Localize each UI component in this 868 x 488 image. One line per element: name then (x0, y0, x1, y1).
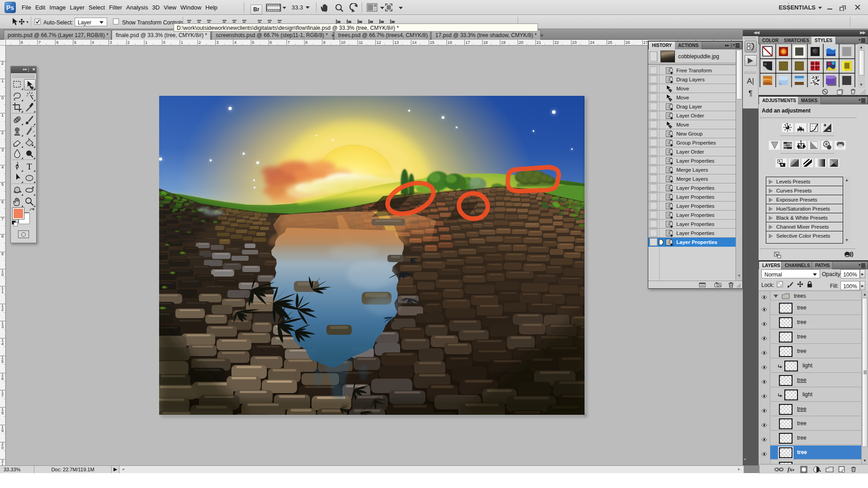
svg-text:T: T (27, 162, 32, 171)
svg-text:4: 4 (92, 40, 94, 45)
svg-text:27: 27 (643, 40, 648, 45)
svg-text:5: 5 (252, 40, 254, 45)
svg-text:4: 4 (1, 342, 4, 346)
svg-text:16: 16 (448, 40, 452, 45)
svg-text:3: 3 (217, 40, 219, 45)
svg-text:12: 12 (377, 40, 381, 45)
svg-text:11: 11 (359, 40, 363, 45)
svg-text:6: 6 (1, 200, 4, 204)
svg-text:20: 20 (519, 40, 524, 45)
svg-text:8: 8 (305, 40, 307, 45)
svg-text:7: 7 (38, 40, 41, 45)
svg-text:▾: ▾ (819, 469, 821, 473)
svg-text:13: 13 (394, 40, 399, 45)
svg-text:2: 2 (127, 40, 130, 45)
svg-text:6: 6 (270, 40, 272, 45)
svg-text:3: 3 (109, 40, 112, 45)
svg-text:1: 1 (181, 40, 183, 45)
svg-text:21: 21 (537, 40, 541, 45)
svg-text:10: 10 (341, 40, 345, 45)
svg-text:4: 4 (234, 40, 236, 45)
svg-text:1: 1 (1, 113, 4, 117)
svg-text:9: 9 (323, 40, 326, 45)
svg-text:6: 6 (1, 376, 4, 381)
svg-text:7: 7 (1, 394, 4, 398)
svg-text:9: 9 (1, 428, 4, 433)
svg-text:7: 7 (288, 40, 290, 45)
svg-text:8: 8 (1, 411, 4, 415)
svg-text:19: 19 (501, 40, 505, 45)
svg-text:3: 3 (1, 324, 4, 329)
svg-text:9: 9 (1, 252, 4, 256)
svg-text:18: 18 (483, 40, 488, 45)
svg-text:0: 0 (1, 96, 4, 100)
svg-text:4: 4 (1, 165, 4, 169)
svg-text:22: 22 (554, 40, 559, 45)
svg-text:2: 2 (1, 61, 4, 66)
svg-text:6: 6 (56, 40, 58, 45)
svg-text:8: 8 (1, 234, 4, 239)
svg-text:1: 1 (1, 79, 4, 83)
svg-text:17: 17 (466, 40, 470, 45)
svg-text:24: 24 (590, 40, 594, 45)
svg-text:14: 14 (412, 40, 416, 45)
svg-text:7: 7 (1, 217, 4, 221)
svg-text:2: 2 (1, 131, 4, 135)
svg-text:26: 26 (626, 40, 630, 45)
svg-text:1: 1 (145, 40, 147, 45)
svg-text:15: 15 (430, 40, 434, 45)
svg-text:0: 0 (1, 272, 4, 277)
svg-text:5: 5 (74, 40, 76, 45)
svg-text:25: 25 (608, 40, 612, 45)
svg-text:5: 5 (1, 359, 4, 364)
svg-text:5: 5 (1, 182, 4, 187)
svg-text:2: 2 (1, 307, 4, 312)
svg-text:1: 1 (1, 290, 4, 294)
svg-text:0: 0 (163, 40, 165, 45)
svg-text:2: 2 (198, 40, 201, 45)
svg-text:8: 8 (21, 40, 23, 45)
svg-text:23: 23 (572, 40, 577, 45)
svg-text:3: 3 (1, 148, 4, 152)
svg-text:0: 0 (1, 446, 4, 450)
